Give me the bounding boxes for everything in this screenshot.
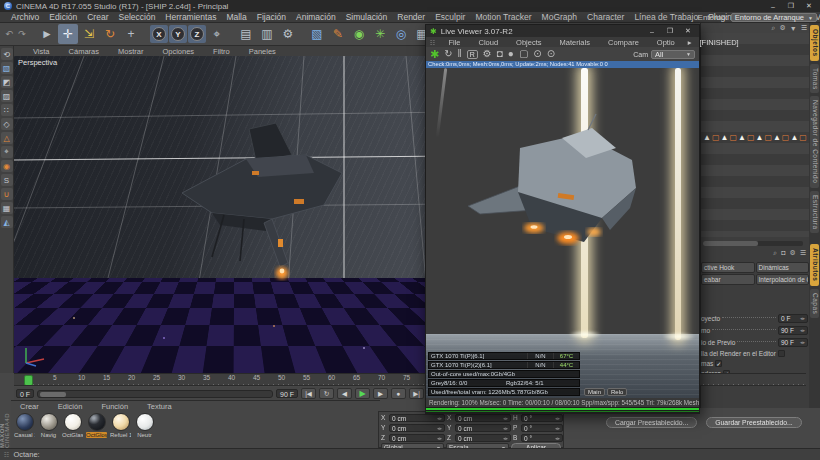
lock-z-axis-icon[interactable]: Z <box>188 25 206 43</box>
timeline-range-slider[interactable] <box>37 390 273 398</box>
model-mode-icon[interactable]: ▧ <box>1 62 13 74</box>
last-tool-icon[interactable]: + <box>121 24 141 44</box>
lock-x-axis-icon[interactable]: X <box>150 25 168 43</box>
menu-icon[interactable]: ☰ <box>801 24 807 32</box>
live-viewer-menu-item[interactable]: File <box>443 38 465 47</box>
scale-z-input[interactable]: 0 cm◂▸ <box>455 434 511 442</box>
environment-dropdown[interactable]: Entorno de Arranque▼ <box>731 13 817 22</box>
object-icon[interactable]: ▲ <box>755 132 763 143</box>
picker-pin-icon[interactable]: ⊙ <box>533 49 541 59</box>
rotation-h-input[interactable]: 0 °◂▸ <box>521 414 563 422</box>
record-button[interactable]: ● <box>391 388 406 399</box>
spline-pen-icon[interactable]: ✎ <box>328 24 348 44</box>
menu-item[interactable]: Selección <box>114 12 161 22</box>
viewport-menu-item[interactable]: Filtro <box>208 47 235 56</box>
scale-x-input[interactable]: 0 cm◂▸ <box>455 414 511 422</box>
lock-y-axis-icon[interactable]: Y <box>169 25 187 43</box>
live-viewer-titlebar[interactable]: ✱ Live Viewer 3.07-R2 – ❐ ✕ <box>426 25 699 37</box>
coordinate-system-icon[interactable]: ⌖ <box>207 24 227 44</box>
material-menu-item[interactable]: Edición <box>53 402 88 411</box>
menu-item[interactable]: Simulación <box>341 12 393 22</box>
material-item-selected[interactable]: OctGlow <box>86 413 107 438</box>
tab-layers[interactable]: Capas <box>810 289 819 318</box>
material-item[interactable]: Casual 1 <box>14 413 35 438</box>
maximize-icon[interactable]: ❐ <box>663 27 677 35</box>
save-preset-button[interactable]: Guardar Preestablecido... <box>706 417 801 428</box>
live-viewer-menu-item[interactable]: Optio <box>652 38 680 47</box>
texture-axis-mode-icon[interactable]: ▨ <box>1 90 13 102</box>
menu-item[interactable]: Animación <box>291 12 341 22</box>
menu-icon[interactable]: ☰ <box>800 249 806 257</box>
tab-objects[interactable]: Objetos <box>810 25 819 61</box>
material-item[interactable]: Refuel 1 <box>110 413 131 438</box>
viewport-canvas[interactable]: Perspectiva <box>14 56 455 373</box>
tab-content-browser[interactable]: Navegador de Contenido <box>810 96 819 187</box>
move-tool-icon[interactable]: ✛ <box>58 24 78 44</box>
menu-overflow-icon[interactable]: ▸ <box>688 38 692 47</box>
goto-end-button[interactable]: ▶| <box>409 388 424 399</box>
goto-start-button[interactable]: |◀ <box>301 388 316 399</box>
live-viewer-menu-item[interactable]: Cloud <box>473 38 503 47</box>
tab-takes[interactable]: Tomas <box>810 64 819 94</box>
maximize-icon[interactable]: ❐ <box>784 2 798 10</box>
object-icon[interactable]: ▲ <box>703 132 711 143</box>
make-editable-icon[interactable]: ⟲ <box>1 48 13 60</box>
gear-icon[interactable]: ⚙ <box>789 249 795 257</box>
menu-item[interactable]: Esculpir <box>430 12 470 22</box>
object-icon[interactable]: ▢ <box>764 132 772 143</box>
primitive-cube-icon[interactable]: ▧ <box>307 24 327 44</box>
menu-item[interactable]: Herramientas <box>160 12 221 22</box>
lock-icon[interactable]: ◘ <box>781 249 785 257</box>
attr-value-input[interactable]: 0 F◂▸ <box>778 314 808 323</box>
loop-button[interactable]: ↻ <box>319 388 334 399</box>
camera-dropdown[interactable]: All▼ <box>651 50 695 59</box>
play-button[interactable]: ▶ <box>355 388 370 399</box>
region-render-icon[interactable]: R <box>467 50 478 59</box>
menu-item[interactable]: Archivo <box>6 12 44 22</box>
render-picture-viewer-icon[interactable]: ▥ <box>257 24 277 44</box>
focus-pin-icon[interactable]: ⊙ <box>547 49 555 59</box>
live-viewer-menu-item[interactable]: Compare <box>603 38 644 47</box>
menu-item[interactable]: Malla <box>221 12 251 22</box>
attr-tab-referencing[interactable]: eabar <box>701 274 755 285</box>
minimize-icon[interactable]: – <box>645 28 659 35</box>
edges-mode-icon[interactable]: ◇ <box>1 118 13 130</box>
object-icon[interactable]: ▲ <box>790 132 798 143</box>
tab-attributes[interactable]: Atributos <box>810 244 819 285</box>
object-icon[interactable]: ▢ <box>782 132 790 143</box>
deformer-icon[interactable]: ◎ <box>391 24 411 44</box>
checkbox[interactable] <box>778 350 785 357</box>
menu-item[interactable]: MoGraph <box>537 12 582 22</box>
attr-value-input[interactable]: 90 F◂▸ <box>778 338 808 347</box>
material-menu-item[interactable]: Crear <box>15 402 44 411</box>
render-view-icon[interactable]: ▤ <box>236 24 256 44</box>
ship-model[interactable] <box>154 111 364 311</box>
redo-icon[interactable]: ↷ <box>16 24 28 44</box>
rotation-p-input[interactable]: 0 °◂▸ <box>521 424 563 432</box>
axis-mode-icon[interactable]: ⌖ <box>1 146 13 158</box>
tab-structure[interactable]: Estructura <box>810 191 819 234</box>
material-item[interactable]: Neutr <box>134 413 155 438</box>
material-menu-item[interactable]: Función <box>96 402 133 411</box>
filter-icon[interactable]: ▼ <box>790 25 797 32</box>
position-z-input[interactable]: 0 cm◂▸ <box>389 434 445 442</box>
material-item[interactable]: OctGlass <box>62 413 83 438</box>
position-y-input[interactable]: 0 cm◂▸ <box>389 424 445 432</box>
attr-tab-key-interpolation[interactable]: Interpolación de Claves <box>756 274 810 285</box>
magnet-icon[interactable]: ∪ <box>1 188 13 200</box>
viewport-menu-item[interactable]: Paneles <box>244 47 281 56</box>
rotate-tool-icon[interactable]: ↻ <box>100 24 120 44</box>
undo-icon[interactable]: ↶ <box>3 24 15 44</box>
lock-resolution-icon[interactable]: ◘ <box>497 49 503 59</box>
film-region-icon[interactable]: ▢ <box>519 49 528 59</box>
rotation-b-input[interactable]: 0 °◂▸ <box>521 434 563 442</box>
restart-render-icon[interactable]: ↻ <box>444 49 452 59</box>
menu-item[interactable]: Línea de Trabajo <box>629 12 703 22</box>
viewport-solo-icon[interactable]: ◉ <box>1 160 13 172</box>
search-icon[interactable]: ⌕ <box>772 24 776 32</box>
pause-render-icon[interactable]: ‖ <box>458 49 462 59</box>
object-icon[interactable]: ▢ <box>712 132 720 143</box>
next-frame-button[interactable]: ▶ <box>373 388 388 399</box>
minimize-icon[interactable]: – <box>766 3 780 10</box>
prev-frame-button[interactable]: ◀ <box>337 388 352 399</box>
